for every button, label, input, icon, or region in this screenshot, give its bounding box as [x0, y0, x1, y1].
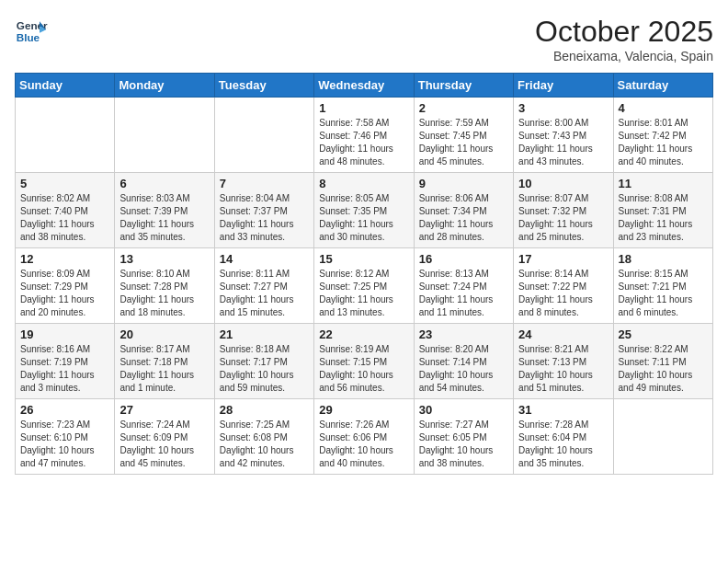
day-number: 20 — [119, 327, 209, 341]
weekday-header: Saturday — [613, 74, 712, 98]
day-number: 25 — [619, 327, 708, 341]
calendar-cell: 23Sunrise: 8:20 AM Sunset: 7:14 PM Dayli… — [414, 324, 513, 399]
calendar-cell: 22Sunrise: 8:19 AM Sunset: 7:15 PM Dayli… — [314, 324, 414, 399]
day-info: Sunrise: 7:26 AM Sunset: 6:06 PM Dayligh… — [319, 419, 408, 470]
calendar-cell: 7Sunrise: 8:04 AM Sunset: 7:37 PM Daylig… — [214, 173, 313, 248]
day-info: Sunrise: 8:11 AM Sunset: 7:27 PM Dayligh… — [220, 268, 309, 319]
day-info: Sunrise: 8:21 AM Sunset: 7:13 PM Dayligh… — [518, 343, 608, 395]
calendar-cell: 1Sunrise: 7:58 AM Sunset: 7:46 PM Daylig… — [314, 98, 414, 173]
calendar-cell: 11Sunrise: 8:08 AM Sunset: 7:31 PM Dayli… — [613, 173, 712, 248]
day-info: Sunrise: 8:12 AM Sunset: 7:25 PM Dayligh… — [319, 268, 408, 319]
day-number: 24 — [518, 327, 608, 341]
day-info: Sunrise: 7:27 AM Sunset: 6:05 PM Dayligh… — [419, 419, 508, 470]
calendar-cell: 15Sunrise: 8:12 AM Sunset: 7:25 PM Dayli… — [314, 248, 414, 324]
calendar-cell: 14Sunrise: 8:11 AM Sunset: 7:27 PM Dayli… — [214, 248, 313, 324]
day-number: 28 — [220, 403, 309, 417]
day-number: 7 — [220, 177, 309, 190]
day-number: 27 — [119, 403, 209, 417]
day-number: 29 — [319, 403, 408, 417]
day-number: 15 — [319, 252, 408, 266]
calendar-cell — [115, 98, 214, 173]
calendar-cell: 30Sunrise: 7:27 AM Sunset: 6:05 PM Dayli… — [414, 399, 513, 475]
location: Beneixama, Valencia, Spain — [535, 49, 713, 63]
calendar-cell: 16Sunrise: 8:13 AM Sunset: 7:24 PM Dayli… — [414, 248, 513, 324]
day-number: 18 — [619, 252, 708, 266]
day-info: Sunrise: 8:20 AM Sunset: 7:14 PM Dayligh… — [419, 343, 508, 395]
day-number: 23 — [419, 327, 508, 341]
calendar-cell: 17Sunrise: 8:14 AM Sunset: 7:22 PM Dayli… — [514, 248, 613, 324]
day-info: Sunrise: 8:00 AM Sunset: 7:43 PM Dayligh… — [518, 117, 608, 168]
day-number: 30 — [419, 403, 508, 417]
month-title: October 2025 — [535, 15, 713, 49]
calendar-cell — [214, 98, 313, 173]
weekday-header: Monday — [115, 74, 214, 98]
day-info: Sunrise: 8:06 AM Sunset: 7:34 PM Dayligh… — [419, 192, 508, 244]
calendar-cell: 8Sunrise: 8:05 AM Sunset: 7:35 PM Daylig… — [314, 173, 414, 248]
day-info: Sunrise: 8:02 AM Sunset: 7:40 PM Dayligh… — [20, 192, 109, 244]
day-info: Sunrise: 8:22 AM Sunset: 7:11 PM Dayligh… — [619, 343, 708, 395]
day-info: Sunrise: 8:16 AM Sunset: 7:19 PM Dayligh… — [20, 343, 109, 395]
day-info: Sunrise: 8:07 AM Sunset: 7:32 PM Dayligh… — [518, 192, 608, 244]
day-info: Sunrise: 8:05 AM Sunset: 7:35 PM Dayligh… — [319, 192, 408, 244]
day-number: 13 — [119, 252, 209, 266]
day-number: 21 — [220, 327, 309, 341]
day-info: Sunrise: 8:15 AM Sunset: 7:21 PM Dayligh… — [619, 268, 708, 319]
calendar-cell: 18Sunrise: 8:15 AM Sunset: 7:21 PM Dayli… — [613, 248, 712, 324]
day-number: 5 — [20, 177, 109, 190]
calendar-cell: 20Sunrise: 8:17 AM Sunset: 7:18 PM Dayli… — [115, 324, 214, 399]
day-info: Sunrise: 8:18 AM Sunset: 7:17 PM Dayligh… — [220, 343, 309, 395]
calendar-cell: 26Sunrise: 7:23 AM Sunset: 6:10 PM Dayli… — [16, 399, 115, 475]
page-header: General Blue October 2025 Beneixama, Val… — [15, 15, 713, 63]
day-number: 6 — [119, 177, 209, 190]
logo-icon: General Blue — [15, 15, 48, 48]
calendar-cell: 5Sunrise: 8:02 AM Sunset: 7:40 PM Daylig… — [16, 173, 115, 248]
weekday-header: Sunday — [16, 74, 115, 98]
day-info: Sunrise: 8:04 AM Sunset: 7:37 PM Dayligh… — [220, 192, 309, 244]
day-info: Sunrise: 7:25 AM Sunset: 6:08 PM Dayligh… — [220, 419, 309, 470]
day-number: 16 — [419, 252, 508, 266]
calendar-table: SundayMondayTuesdayWednesdayThursdayFrid… — [15, 73, 713, 475]
day-info: Sunrise: 7:59 AM Sunset: 7:45 PM Dayligh… — [419, 117, 508, 168]
day-info: Sunrise: 8:03 AM Sunset: 7:39 PM Dayligh… — [119, 192, 209, 244]
weekday-header: Friday — [514, 74, 613, 98]
calendar-cell: 25Sunrise: 8:22 AM Sunset: 7:11 PM Dayli… — [613, 324, 712, 399]
day-number: 31 — [518, 403, 608, 417]
calendar-cell: 27Sunrise: 7:24 AM Sunset: 6:09 PM Dayli… — [115, 399, 214, 475]
day-info: Sunrise: 7:23 AM Sunset: 6:10 PM Dayligh… — [20, 419, 109, 470]
logo: General Blue — [15, 15, 48, 48]
weekday-header: Wednesday — [314, 74, 414, 98]
day-number: 22 — [319, 327, 408, 341]
calendar-cell — [16, 98, 115, 173]
day-number: 2 — [419, 101, 508, 115]
calendar-cell: 28Sunrise: 7:25 AM Sunset: 6:08 PM Dayli… — [214, 399, 313, 475]
calendar-cell: 3Sunrise: 8:00 AM Sunset: 7:43 PM Daylig… — [514, 98, 613, 173]
day-info: Sunrise: 8:10 AM Sunset: 7:28 PM Dayligh… — [119, 268, 209, 319]
weekday-header: Thursday — [414, 74, 513, 98]
calendar-cell: 31Sunrise: 7:28 AM Sunset: 6:04 PM Dayli… — [514, 399, 613, 475]
day-number: 19 — [20, 327, 109, 341]
day-number: 8 — [319, 177, 408, 190]
calendar-cell: 29Sunrise: 7:26 AM Sunset: 6:06 PM Dayli… — [314, 399, 414, 475]
day-number: 3 — [518, 101, 608, 115]
day-number: 17 — [518, 252, 608, 266]
calendar-cell: 19Sunrise: 8:16 AM Sunset: 7:19 PM Dayli… — [16, 324, 115, 399]
day-number: 14 — [220, 252, 309, 266]
day-info: Sunrise: 8:19 AM Sunset: 7:15 PM Dayligh… — [319, 343, 408, 395]
weekday-header: Tuesday — [214, 74, 313, 98]
calendar-cell: 9Sunrise: 8:06 AM Sunset: 7:34 PM Daylig… — [414, 173, 513, 248]
day-number: 1 — [319, 101, 408, 115]
day-info: Sunrise: 7:24 AM Sunset: 6:09 PM Dayligh… — [119, 419, 209, 470]
calendar-cell: 2Sunrise: 7:59 AM Sunset: 7:45 PM Daylig… — [414, 98, 513, 173]
day-info: Sunrise: 8:01 AM Sunset: 7:42 PM Dayligh… — [619, 117, 708, 168]
day-info: Sunrise: 8:08 AM Sunset: 7:31 PM Dayligh… — [619, 192, 708, 244]
svg-text:Blue: Blue — [17, 31, 40, 43]
day-info: Sunrise: 8:09 AM Sunset: 7:29 PM Dayligh… — [20, 268, 109, 319]
day-info: Sunrise: 8:17 AM Sunset: 7:18 PM Dayligh… — [119, 343, 209, 395]
title-block: October 2025 Beneixama, Valencia, Spain — [535, 15, 713, 63]
day-number: 10 — [518, 177, 608, 190]
day-number: 26 — [20, 403, 109, 417]
calendar-cell: 21Sunrise: 8:18 AM Sunset: 7:17 PM Dayli… — [214, 324, 313, 399]
day-number: 9 — [419, 177, 508, 190]
day-number: 11 — [619, 177, 708, 190]
day-info: Sunrise: 8:14 AM Sunset: 7:22 PM Dayligh… — [518, 268, 608, 319]
